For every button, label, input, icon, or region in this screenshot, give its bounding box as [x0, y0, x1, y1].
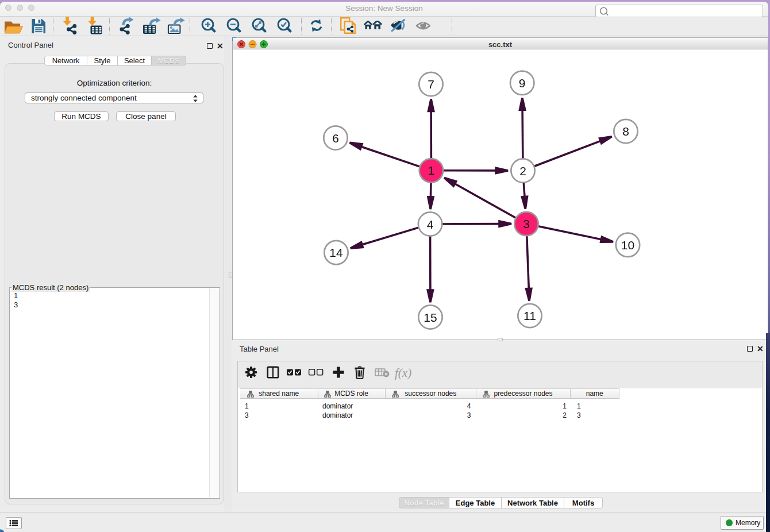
svg-text:4: 4: [427, 218, 434, 231]
svg-text:3: 3: [523, 217, 530, 230]
svg-text:1: 1: [428, 164, 435, 177]
svg-text:10: 10: [621, 238, 634, 252]
svg-text:6: 6: [332, 132, 339, 145]
svg-text:11: 11: [523, 309, 536, 322]
svg-text:8: 8: [622, 125, 629, 138]
svg-text:9: 9: [519, 76, 526, 90]
svg-text:2: 2: [519, 164, 526, 178]
svg-text:14: 14: [329, 246, 343, 259]
svg-text:7: 7: [428, 78, 434, 91]
svg-text:15: 15: [424, 311, 437, 324]
